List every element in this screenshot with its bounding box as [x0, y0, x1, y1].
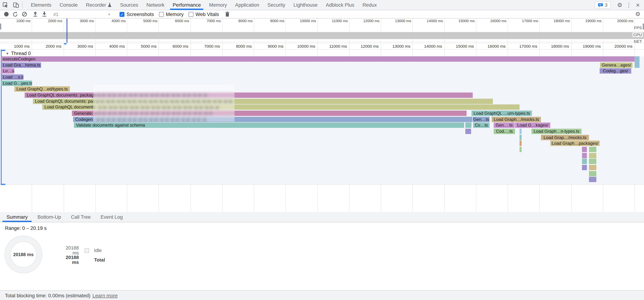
- overview-window-right-handle[interactable]: [643, 23, 644, 30]
- tab-elements[interactable]: Elements: [27, 0, 56, 10]
- flame-bar-label: Codeg…ges/: [603, 68, 628, 73]
- ruler-tick-label: 19000 ms: [568, 44, 601, 49]
- thread-label: Thread 0: [11, 51, 31, 56]
- details-tab-summary[interactable]: Summary: [2, 212, 32, 222]
- tab-application[interactable]: Application: [231, 0, 264, 10]
- flame-bar[interactable]: [520, 129, 522, 134]
- ruler-tick-label: 16000 ms: [473, 44, 506, 49]
- flame-bar-executecodegen[interactable]: executeCodegen: [1, 56, 635, 62]
- flame-bar[interactable]: [466, 129, 471, 134]
- flame-bar[interactable]: [589, 147, 596, 152]
- clear-icon[interactable]: [20, 11, 29, 18]
- chevron-down-icon: ▾: [108, 12, 110, 16]
- save-profile-icon[interactable]: [40, 11, 49, 18]
- capture-settings-gear-icon[interactable]: ⚙: [634, 9, 642, 19]
- checkbox-web-vitals[interactable]: Web Vitals: [188, 11, 219, 17]
- tab-performance[interactable]: Performance: [168, 0, 205, 10]
- flame-bar-load-graph-n-types-ts[interactable]: Load Graph…n-types.ts: [532, 129, 582, 134]
- flame-bar[interactable]: [520, 141, 522, 146]
- tab-label: Memory: [209, 2, 227, 8]
- flame-bar[interactable]: [582, 153, 587, 158]
- flame-bar[interactable]: [466, 123, 472, 128]
- reload-and-record-icon[interactable]: [10, 11, 20, 18]
- learn-more-link[interactable]: Learn more: [92, 292, 118, 298]
- summary-donut-chart: 20188 ms: [4, 236, 42, 273]
- flame-bar-load-g-pes-ts[interactable]: Load G…pes.ts: [1, 80, 32, 86]
- flame-bar-genera-ages[interactable]: Genera…ages/: [600, 62, 633, 68]
- flame-bar-load-grap-mocks-ts[interactable]: Load Grap…/mocks.ts: [541, 135, 589, 140]
- checkbox-unchecked-icon[interactable]: [188, 12, 193, 17]
- flame-bar-load-g-kages[interactable]: Load G…kages/: [515, 123, 550, 128]
- checkbox-unchecked-icon[interactable]: [159, 12, 164, 17]
- timeline-overview[interactable]: 1000 ms2000 ms3000 ms4000 ms5000 ms6000 …: [0, 19, 644, 43]
- flame-bar-load-gra-hema-ts[interactable]: Load Gra…hema.ts: [1, 62, 41, 68]
- overview-tick-label: 1000 ms: [0, 19, 30, 23]
- flame-bar-cod-ts[interactable]: Cod.…ts: [494, 129, 515, 134]
- flame-bar[interactable]: [589, 153, 596, 158]
- checkbox-memory[interactable]: Memory: [159, 11, 184, 17]
- flame-bar[interactable]: [520, 135, 522, 140]
- garbage-collect-icon[interactable]: [223, 11, 232, 18]
- checkbox-checked-icon[interactable]: ✓: [120, 12, 124, 17]
- tab-recorder[interactable]: Recorder: [82, 0, 116, 10]
- flame-bar-load-graphq-ed-types-ts[interactable]: Load GraphQ…ed/types.ts: [14, 87, 70, 92]
- tab-lighthouse[interactable]: Lighthouse: [289, 0, 322, 10]
- load-profile-icon[interactable]: [31, 11, 40, 18]
- flame-bar[interactable]: [520, 147, 522, 152]
- tab-label: Network: [146, 2, 164, 8]
- flame-bar[interactable]: [635, 56, 640, 68]
- overview-tick-label: 13000 ms: [379, 19, 411, 23]
- flame-bar-validate-documents-against-schema[interactable]: Validate documents against schema: [74, 123, 464, 128]
- flame-bar-label: Gen…ts: [473, 117, 489, 121]
- inspect-element-icon[interactable]: [0, 0, 10, 10]
- flame-bar[interactable]: [589, 171, 596, 176]
- device-toolbar-icon[interactable]: [10, 0, 21, 10]
- tab-security[interactable]: Security: [264, 0, 290, 10]
- flame-chart[interactable]: ▼ Thread 0 executeCodegenLoad Gra…hema.t…: [0, 50, 644, 212]
- record-button[interactable]: [2, 11, 10, 18]
- flame-bar[interactable]: [582, 147, 587, 152]
- flame-bar-load-graph-mocks-ts[interactable]: Load Graph…/mocks.ts: [492, 117, 541, 122]
- tab-adblock-plus[interactable]: Adblock Plus: [322, 0, 358, 10]
- legend-row-total: 20188 msTotal: [60, 256, 105, 263]
- console-messages-button[interactable]: 3: [594, 1, 610, 9]
- flame-bar[interactable]: [589, 177, 596, 182]
- close-devtools-icon[interactable]: ×: [634, 0, 642, 10]
- more-options-kebab-icon[interactable]: ⋮: [624, 0, 633, 10]
- flame-bar[interactable]: [582, 159, 587, 164]
- checkbox-screenshots[interactable]: ✓Screenshots: [120, 11, 154, 17]
- tab-network[interactable]: Network: [142, 0, 168, 10]
- settings-gear-icon[interactable]: ⚙: [615, 0, 624, 10]
- tab-memory[interactable]: Memory: [205, 0, 231, 10]
- flame-bar-co-ts[interactable]: Co…ts: [473, 123, 490, 128]
- flame-bar-gen-ts[interactable]: Gen.…ts: [494, 123, 515, 128]
- ruler-tick-label: 14000 ms: [409, 44, 442, 49]
- details-tab-event-log[interactable]: Event Log: [96, 212, 128, 222]
- thread-track-header[interactable]: ▼ Thread 0: [6, 51, 31, 56]
- flame-bar[interactable]: [589, 159, 596, 164]
- checkbox-label: Memory: [166, 11, 184, 17]
- details-tab-call-tree[interactable]: Call Tree: [66, 212, 96, 222]
- flame-bar-load-graphql-urn-types-ts[interactable]: Load GraphQL …urn-types.ts: [472, 111, 532, 116]
- overview-window-left-handle[interactable]: [0, 23, 1, 30]
- legend-color-swatch: [85, 248, 89, 252]
- details-tab-bottom-up[interactable]: Bottom-Up: [32, 212, 66, 222]
- tab-console[interactable]: Console: [56, 0, 82, 10]
- flame-bar-lo-s[interactable]: Lo…s: [1, 68, 14, 74]
- flame-bar-load-s-ts[interactable]: Load …s.ts: [1, 75, 23, 80]
- flame-bar[interactable]: [582, 165, 587, 170]
- flame-bar-label: Load Graph…n-types.ts: [534, 129, 580, 133]
- tab-sources[interactable]: Sources: [116, 0, 142, 10]
- overview-net-lane: [0, 41, 644, 42]
- history-dropdown[interactable]: #1 ▾: [53, 12, 110, 17]
- flame-bar-load-graph-packages[interactable]: Load Graph…packages/: [550, 141, 600, 146]
- flame-bar-label: Load GraphQL documents: package: [26, 92, 96, 97]
- ruler-tick-label: 4000 ms: [92, 44, 125, 49]
- tab-redux[interactable]: Redux: [358, 0, 381, 10]
- overview-tick-label: 16000 ms: [474, 19, 506, 23]
- flame-bar-load-graphql-documents-package[interactable]: Load GraphQL documents: package: [24, 92, 473, 98]
- flame-bar-codeg-ges[interactable]: Codeg…ges/: [600, 68, 632, 74]
- flame-bar-gen-ts[interactable]: Gen…ts: [473, 117, 490, 122]
- flame-bar[interactable]: [589, 165, 596, 170]
- lane-label-net: NET: [633, 39, 643, 43]
